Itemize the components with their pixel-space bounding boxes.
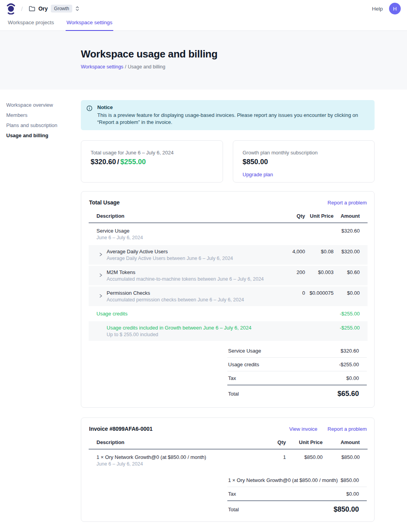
- tab-workspace-projects[interactable]: Workspace projects: [7, 17, 55, 30]
- invoice-summary: 1 × Ory Network Growth@0 (at $850.00 / m…: [227, 473, 367, 514]
- ory-logo-icon: [6, 3, 16, 14]
- top-bar: / Ory Growth Help H: [0, 0, 407, 17]
- breadcrumb-separator: /: [21, 5, 23, 12]
- summary-value: $0.00: [346, 375, 359, 381]
- user-avatar[interactable]: H: [389, 3, 401, 14]
- topbar-right: Help H: [372, 3, 401, 14]
- row-unit-price: $0.000075: [305, 290, 334, 296]
- summary-row-total: Total $850.00: [227, 501, 367, 514]
- invoice-table-header: Description Qty Unit Price Amount: [89, 439, 368, 450]
- chevron-right-icon[interactable]: [99, 294, 102, 298]
- row-name: Permission Checks: [107, 290, 268, 296]
- total-usage-table-card: Total Usage Report a problem Description…: [81, 191, 375, 408]
- sidebar-item-plans-and-subscription[interactable]: Plans and subscription: [6, 120, 81, 131]
- view-invoice-link[interactable]: View invoice: [289, 426, 318, 432]
- row-name: Usage credits: [96, 310, 268, 317]
- row-unit-price: $0.08: [305, 248, 334, 255]
- plan-subscription-card: Growth plan monthly subscription $850.00…: [233, 140, 375, 183]
- row-description: Accumulated permission checks between Ju…: [107, 297, 268, 303]
- folder-icon: [29, 6, 35, 11]
- col-qty: Qty: [249, 439, 286, 446]
- row-qty: 0: [268, 290, 305, 296]
- workspace-switcher[interactable]: Ory Growth: [29, 5, 79, 13]
- usage-used-amount: $320.60: [91, 158, 116, 166]
- workspace-name: Ory: [38, 5, 48, 12]
- upgrade-plan-link[interactable]: Upgrade plan: [243, 172, 273, 177]
- row-qty: 4,000: [268, 248, 305, 255]
- row-name: Usage credits included in Growth between…: [107, 324, 268, 331]
- chevron-right-icon[interactable]: [99, 253, 102, 256]
- chevron-updown-icon: [75, 6, 79, 11]
- notice-title: Notice: [97, 104, 367, 111]
- total-usage-card: Total usage for June 6 – July 6, 2024 $3…: [81, 140, 223, 183]
- row-description: Up to $ 255.00 included: [107, 331, 268, 338]
- col-qty: Qty: [268, 213, 305, 219]
- invoice-table-card: Invoice #8099AFA6-0001 View invoice Repo…: [81, 417, 375, 522]
- usage-table-header: Description Qty Unit Price Amount: [89, 213, 368, 223]
- main-content: Notice This is a preview feature for dis…: [81, 90, 375, 528]
- summary-label: 1 × Ory Network Growth@0 (at $850.00 / m…: [228, 477, 338, 483]
- breadcrumb: Workspace settings/Usage and billing: [81, 64, 407, 70]
- usage-summary: Service Usage $320.60 Usage credits -$25…: [227, 344, 367, 398]
- row-name: Average Daily Active Users: [107, 248, 268, 255]
- total-label: Total: [228, 507, 239, 512]
- row-period: June 6 – July 6, 2024: [96, 235, 268, 241]
- row-qty: 1: [249, 454, 286, 460]
- col-amount: Amount: [323, 439, 368, 446]
- report-a-problem-link[interactable]: Report a problem: [328, 426, 367, 432]
- row-description: Average Daily Active Users between June …: [107, 255, 268, 262]
- row-amount: $0.60: [334, 269, 368, 276]
- workspace-tabbar: Workspace projects Workspace settings: [0, 17, 407, 31]
- notice-body: This is a preview feature for displaying…: [97, 112, 367, 126]
- usage-included-amount: $255.00: [120, 158, 146, 166]
- summary-label: Usage credits: [228, 362, 259, 367]
- usage-table-title: Total Usage: [89, 199, 120, 206]
- plan-label: Growth plan monthly subscription: [243, 149, 365, 156]
- plan-amount: $850.00: [243, 158, 365, 166]
- total-usage-label: Total usage for June 6 – July 6, 2024: [91, 149, 213, 156]
- settings-sidebar: Workspace overview Members Plans and sub…: [0, 90, 81, 528]
- sidebar-item-workspace-overview[interactable]: Workspace overview: [6, 100, 81, 110]
- col-amount: Amount: [334, 213, 368, 219]
- row-name: 1 × Ory Network Growth@0 (at $850.00 / m…: [96, 454, 249, 460]
- total-value: $850.00: [334, 505, 359, 514]
- summary-row-usage-credits: Usage credits -$255.00: [227, 358, 367, 371]
- report-a-problem-link[interactable]: Report a problem: [328, 200, 367, 206]
- table-row-m2m-tokens[interactable]: M2M Tokens Accumulated machine-to-machin…: [89, 266, 368, 285]
- help-link[interactable]: Help: [372, 6, 383, 12]
- row-name: Service Usage: [96, 227, 268, 234]
- summary-row-line-item: 1 × Ory Network Growth@0 (at $850.00 / m…: [227, 473, 367, 487]
- ory-logo[interactable]: [6, 3, 16, 14]
- table-row-permission-checks[interactable]: Permission Checks Accumulated permission…: [89, 287, 368, 306]
- preview-notice-banner: Notice This is a preview feature for dis…: [81, 100, 375, 130]
- summary-row-total: Total $65.60: [227, 385, 367, 398]
- usage-separator: /: [117, 158, 119, 166]
- summary-row-tax: Tax $0.00: [227, 487, 367, 501]
- tab-workspace-settings[interactable]: Workspace settings: [66, 17, 113, 31]
- chevron-right-icon[interactable]: [99, 273, 102, 277]
- breadcrumb-separator: /: [125, 64, 126, 70]
- row-name: M2M Tokens: [107, 269, 268, 276]
- summary-value: $850.00: [341, 477, 359, 483]
- breadcrumb-link-settings[interactable]: Workspace settings: [81, 64, 123, 70]
- table-row-usage-credits: Usage credits -$255.00: [89, 307, 368, 320]
- col-unit-price: Unit Price: [305, 213, 334, 219]
- col-description: Description: [89, 213, 268, 219]
- sidebar-item-usage-and-billing[interactable]: Usage and billing: [6, 131, 81, 141]
- row-amount: -$255.00: [334, 324, 368, 331]
- row-amount: $320.00: [334, 248, 368, 255]
- table-row-average-daily-active-users[interactable]: Average Daily Active Users Average Daily…: [89, 245, 368, 265]
- row-qty: 200: [268, 269, 305, 276]
- invoice-title: Invoice #8099AFA6-0001: [89, 426, 153, 432]
- total-usage-value: $320.60/$255.00: [91, 158, 213, 166]
- total-label: Total: [228, 391, 239, 397]
- row-amount: -$255.00: [334, 310, 368, 317]
- page-header: Workspace usage and billing Workspace se…: [0, 31, 407, 90]
- row-amount: $0.00: [334, 290, 368, 296]
- sidebar-item-members[interactable]: Members: [6, 110, 81, 120]
- row-unit-price: $850.00: [286, 454, 323, 460]
- summary-label: Service Usage: [228, 348, 261, 354]
- workspace-plan-badge: Growth: [51, 5, 72, 13]
- total-value: $65.60: [337, 390, 359, 398]
- row-unit-price: $0.003: [305, 269, 334, 276]
